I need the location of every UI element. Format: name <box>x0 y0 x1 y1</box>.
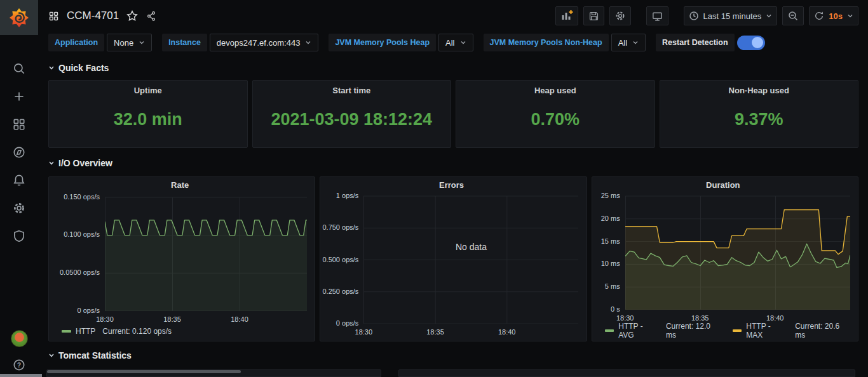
section-io-overview[interactable]: I/O Overview <box>48 157 858 169</box>
scrollbar-thumb[interactable] <box>47 370 241 373</box>
variable-label-jvm-nonheap[interactable]: JVM Memory Pools Non-Heap <box>484 34 609 51</box>
legend-item[interactable]: HTTP - MAXCurrent: 20.6 ms <box>733 322 850 340</box>
grafana-logo-icon <box>8 6 31 29</box>
configuration-gear-icon[interactable] <box>12 201 26 215</box>
dashboard-main: CCM-4701 Last 15 minutes <box>38 0 868 377</box>
variable-value-jvm-heap[interactable]: All <box>438 34 473 51</box>
explore-compass-icon[interactable] <box>12 145 26 159</box>
save-dashboard-button[interactable] <box>583 6 604 25</box>
alerting-bell-icon[interactable] <box>12 173 26 187</box>
quick-facts-row: Uptime 32.0 min Start time 2021-03-09 18… <box>48 80 858 148</box>
panel-title[interactable]: Rate <box>53 177 307 194</box>
time-range-label: Last 15 minutes <box>703 11 762 21</box>
restart-detection-toggle[interactable] <box>737 36 765 50</box>
panel-title[interactable]: Non-Heap used <box>660 81 858 100</box>
chevron-down-icon <box>48 352 55 359</box>
x-axis-labels: 18:3018:3518:40 <box>105 314 307 325</box>
stat-panel-start-time: Start time 2021-03-09 18:12:24 <box>252 80 452 148</box>
zoom-out-time-button[interactable] <box>782 6 804 25</box>
variable-value-application[interactable]: None <box>107 34 152 51</box>
section-title: I/O Overview <box>58 158 112 168</box>
variable-label-instance[interactable]: Instance <box>162 34 207 51</box>
refresh-picker[interactable]: 10s <box>809 6 858 25</box>
refresh-interval-label: 10s <box>829 11 843 21</box>
x-tick-label: 18:35 <box>691 314 709 322</box>
graph-panel-duration: Duration 0 s5 ms10 ms15 ms20 ms25 ms 18:… <box>592 176 858 341</box>
variable-label-application[interactable]: Application <box>48 34 104 51</box>
dashboard-settings-button[interactable] <box>609 6 631 25</box>
x-tick-label: 18:30 <box>355 328 373 336</box>
share-icon[interactable] <box>146 10 157 22</box>
zoom-out-icon <box>787 10 799 22</box>
save-icon <box>588 11 599 22</box>
x-tick-label: 18:40 <box>766 314 784 322</box>
dashboards-grid-icon[interactable] <box>12 117 26 131</box>
y-axis-labels: 0 ops/s0.250 ops/s0.500 ops/s0.750 ops/s… <box>324 192 363 326</box>
dashboard-title[interactable]: CCM-4701 <box>67 10 119 22</box>
chevron-down-icon <box>48 65 55 71</box>
series-name: HTTP - AVG <box>618 322 659 340</box>
chart-area: 0 s5 ms10 ms15 ms20 ms25 ms 18:3018:3518… <box>596 192 850 324</box>
help-question-icon[interactable]: ? <box>12 358 26 372</box>
grafana-logo[interactable] <box>0 0 38 35</box>
panel-title[interactable]: Duration <box>596 177 850 192</box>
y-tick-label: 5 ms <box>605 282 620 290</box>
series-name: HTTP - MAX <box>746 322 788 340</box>
y-tick-label: 0.100 ops/s <box>64 230 100 238</box>
series-color-swatch <box>62 330 71 333</box>
panel-title[interactable]: Errors <box>324 177 578 192</box>
section-quick-facts[interactable]: Quick Facts <box>48 62 858 74</box>
star-favorite-icon[interactable] <box>126 10 138 22</box>
io-overview-row: Rate 0 ops/s0.0500 ops/s0.100 ops/s0.150… <box>48 176 858 341</box>
series-color-swatch <box>733 329 742 332</box>
add-panel-button[interactable] <box>555 6 578 25</box>
series-current-value: Current: 12.0 ms <box>666 322 721 340</box>
chart-plot[interactable]: No data <box>363 192 578 326</box>
stat-panel-nonheap-used: Non-Heap used 9.37% <box>660 80 859 148</box>
x-axis-labels: 18:3018:3518:40 <box>625 312 850 324</box>
graph-panel-rate: Rate 0 ops/s0.0500 ops/s0.100 ops/s0.150… <box>48 176 315 341</box>
search-icon[interactable] <box>12 62 26 76</box>
panel-title[interactable]: Start time <box>253 81 451 100</box>
cycle-view-mode-button[interactable] <box>646 6 668 25</box>
legend-item[interactable]: HTTPCurrent: 0.120 ops/s <box>62 327 172 336</box>
chart-legend: HTTPCurrent: 0.120 ops/s <box>53 325 307 338</box>
y-tick-label: 0 ops/s <box>336 319 358 327</box>
toggle-knob <box>752 37 763 48</box>
time-range-picker[interactable]: Last 15 minutes <box>684 6 778 25</box>
y-tick-label: 0.750 ops/s <box>322 223 358 231</box>
panel-title[interactable]: Heap used <box>456 81 654 100</box>
server-admin-shield-icon[interactable] <box>12 229 26 243</box>
variable-label-jvm-heap[interactable]: JVM Memory Pools Heap <box>329 34 436 51</box>
stat-value: 32.0 min <box>49 100 247 147</box>
clock-icon <box>689 11 699 21</box>
caret-down-icon <box>139 40 145 45</box>
caret-down-icon <box>632 40 639 45</box>
y-tick-label: 0 s <box>611 305 620 313</box>
settings-gear-icon <box>614 10 626 22</box>
chart-plot[interactable] <box>105 194 307 314</box>
x-tick-label: 18:35 <box>426 328 444 336</box>
stat-value: 2021-03-09 18:12:24 <box>253 100 451 147</box>
section-tomcat-statistics[interactable]: Tomcat Statistics <box>48 350 858 361</box>
tv-kiosk-icon <box>651 10 663 22</box>
variable-value-jvm-nonheap[interactable]: All <box>611 34 646 51</box>
y-axis-labels: 0 s5 ms10 ms15 ms20 ms25 ms <box>596 192 625 312</box>
y-tick-label: 0.150 ops/s <box>64 193 100 201</box>
create-plus-icon[interactable] <box>12 89 26 103</box>
horizontal-scrollbar-thumb[interactable] <box>0 374 42 377</box>
variable-selected-value: All <box>445 38 454 48</box>
svg-text:?: ? <box>17 362 21 369</box>
chart-legend: HTTP - AVGCurrent: 12.0 msHTTP - MAXCurr… <box>596 324 850 338</box>
panel-title[interactable]: Uptime <box>49 81 247 100</box>
chart-plot[interactable] <box>625 192 850 312</box>
variable-value-instance[interactable]: devops247.ef.com:443 <box>210 34 319 51</box>
refresh-icon <box>814 11 824 21</box>
x-axis-labels: 18:3018:3518:40 <box>363 326 578 338</box>
section-title: Tomcat Statistics <box>58 350 132 360</box>
y-tick-label: 15 ms <box>601 237 620 245</box>
series-name: HTTP <box>76 327 95 336</box>
y-tick-label: 25 ms <box>601 192 620 199</box>
legend-item[interactable]: HTTP - AVGCurrent: 12.0 ms <box>605 322 721 340</box>
user-avatar[interactable] <box>11 330 28 347</box>
